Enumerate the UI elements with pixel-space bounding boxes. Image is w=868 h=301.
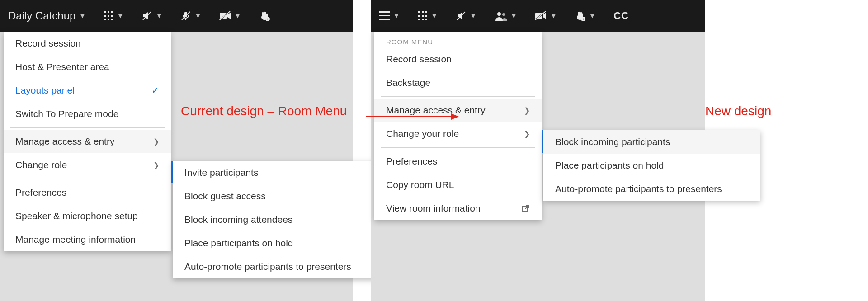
annotation-current-design: Current design – Room Menu [181,104,347,118]
mic-muted-icon [180,10,191,21]
svg-rect-25 [422,15,424,17]
menu-switch-prepare[interactable]: Switch To Prepare mode [4,102,171,126]
arrow-icon [366,112,459,121]
closed-captions-button[interactable]: CC [613,10,629,22]
room-name: Daily Catchup [8,9,75,22]
raise-hand-button[interactable]: + ▼ [575,10,595,21]
submenu-invite-participants[interactable]: Invite participants [173,161,390,184]
svg-rect-23 [425,11,427,13]
chevron-down-icon: ▼ [470,12,476,19]
svg-rect-20 [379,19,390,20]
svg-rect-21 [418,11,420,13]
menu-header: ROOM MENU [374,32,542,47]
menu-preferences[interactable]: Preferences [4,181,171,204]
divider [10,127,165,128]
menu-speaker-mic-setup[interactable]: Speaker & microphone setup [4,204,171,228]
svg-text:+: + [582,17,585,21]
svg-rect-26 [425,15,427,17]
hamburger-menu-button[interactable]: ▼ [379,11,400,20]
chevron-down-icon: ▼ [511,12,517,19]
menu-manage-access[interactable]: Manage access & entry❯ [4,130,171,153]
svg-rect-29 [425,19,427,20]
svg-rect-7 [108,19,109,20]
svg-rect-19 [379,15,390,16]
svg-rect-1 [108,11,109,13]
svg-rect-13 [220,13,227,19]
menu-backstage[interactable]: Backstage [374,71,542,94]
submenu-auto-promote[interactable]: Auto-promote participants to presenters [543,177,760,201]
svg-rect-27 [418,19,420,20]
camera-button[interactable]: ▼ [535,11,557,20]
divider [381,96,535,97]
chevron-down-icon: ▼ [550,12,557,19]
svg-rect-8 [111,19,113,20]
raise-hand-icon: + [575,10,585,21]
menu-host-presenter-area[interactable]: Host & Presenter area [4,55,171,79]
svg-marker-41 [451,113,459,120]
annotation-new-design: New design [705,104,771,118]
menu-preferences[interactable]: Preferences [374,150,542,173]
chevron-down-icon: ▼ [431,12,438,19]
toolbar: ▼ ▼ ▼ ▼ ▼ + ▼ CC [371,0,705,32]
room-menu: ROOM MENU Record session Backstage Manag… [374,32,542,220]
svg-rect-24 [418,15,420,17]
svg-point-31 [497,12,501,16]
room-name-dropdown[interactable]: Daily Catchup ▼ [8,9,85,22]
submenu-block-incoming-attendees[interactable]: Block incoming attendees [173,208,390,231]
divider [10,179,165,179]
svg-rect-4 [108,15,109,17]
svg-text:+: + [266,17,269,21]
toolbar: Daily Catchup ▼ ▼ ▼ ▼ ▼ + [0,0,353,32]
submenu-auto-promote[interactable]: Auto-promote participants to presenters [173,255,390,278]
speaker-button[interactable]: ▼ [456,10,476,21]
raise-hand-button[interactable]: + [259,10,270,21]
layouts-grid-button[interactable]: ▼ [104,11,123,21]
svg-rect-5 [111,15,113,17]
camera-muted-icon [219,11,231,20]
chevron-right-icon: ❯ [524,106,530,115]
attendees-icon [495,11,507,21]
popout-icon [522,204,530,212]
layouts-grid-button[interactable]: ▼ [418,11,438,21]
attendees-button[interactable]: ▼ [495,11,517,21]
hamburger-icon [379,11,390,20]
svg-rect-33 [535,13,542,19]
grid-icon [104,11,113,21]
submenu-place-on-hold[interactable]: Place participants on hold [543,154,760,177]
chevron-right-icon: ❯ [153,137,159,146]
camera-button[interactable]: ▼ [219,11,241,20]
svg-point-32 [502,13,505,16]
grid-icon [418,11,428,21]
menu-record-session[interactable]: Record session [374,47,542,71]
chevron-down-icon: ▼ [195,12,201,19]
speaker-muted-icon [456,10,467,21]
speaker-button[interactable]: ▼ [142,10,162,21]
svg-rect-22 [422,11,424,13]
new-design-panel: ▼ ▼ ▼ ▼ ▼ + ▼ CC ROOM MENU Record sessio… [371,0,705,301]
menu-manage-meeting-info[interactable]: Manage meeting information [4,228,171,251]
svg-rect-6 [104,19,106,20]
svg-rect-18 [379,11,390,13]
chevron-down-icon: ▼ [589,12,595,19]
mic-button[interactable]: ▼ [180,10,201,21]
chevron-down-icon: ▼ [117,12,123,19]
camera-muted-icon [535,11,547,20]
raise-hand-icon: + [259,10,270,21]
chevron-down-icon: ▼ [393,12,400,19]
menu-change-your-role[interactable]: Change your role❯ [374,122,542,146]
menu-record-session[interactable]: Record session [4,32,171,55]
svg-rect-28 [422,19,424,20]
submenu-block-incoming-participants[interactable]: Block incoming participants [543,130,760,154]
check-icon: ✓ [151,85,159,96]
chevron-down-icon: ▼ [235,12,241,19]
menu-copy-room-url[interactable]: Copy room URL [374,173,542,197]
chevron-down-icon: ▼ [156,12,162,19]
submenu-place-on-hold[interactable]: Place participants on hold [173,231,390,255]
chevron-down-icon: ▼ [79,12,85,19]
svg-rect-0 [104,11,106,13]
submenu-block-guest-access[interactable]: Block guest access [173,184,390,208]
menu-view-room-info[interactable]: View room information [374,197,542,220]
menu-change-role[interactable]: Change role❯ [4,153,171,177]
menu-layouts-panel[interactable]: Layouts panel✓ [4,79,171,102]
room-menu: Record session Host & Presenter area Lay… [4,32,171,251]
